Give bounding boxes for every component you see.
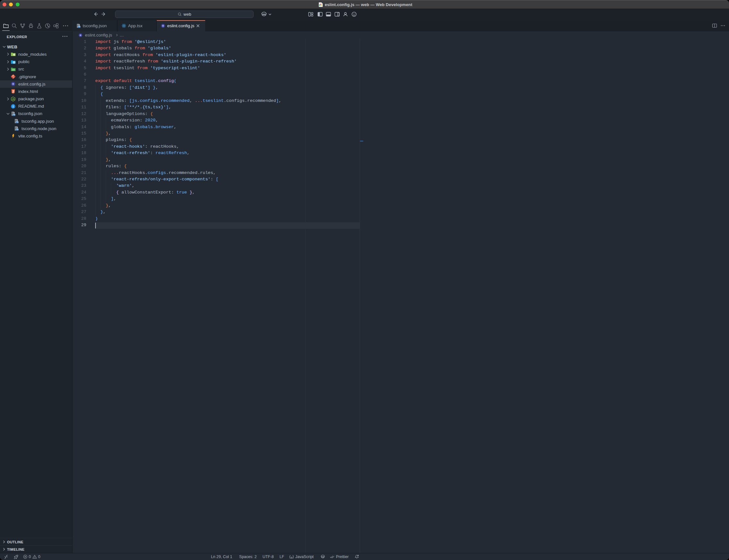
svg-text:TS: TS [13, 114, 15, 116]
svg-text:TS: TS [16, 129, 18, 131]
svg-text:JS: JS [12, 98, 15, 100]
svg-text:TS: TS [16, 121, 18, 123]
svg-text:TS: TS [78, 26, 80, 28]
